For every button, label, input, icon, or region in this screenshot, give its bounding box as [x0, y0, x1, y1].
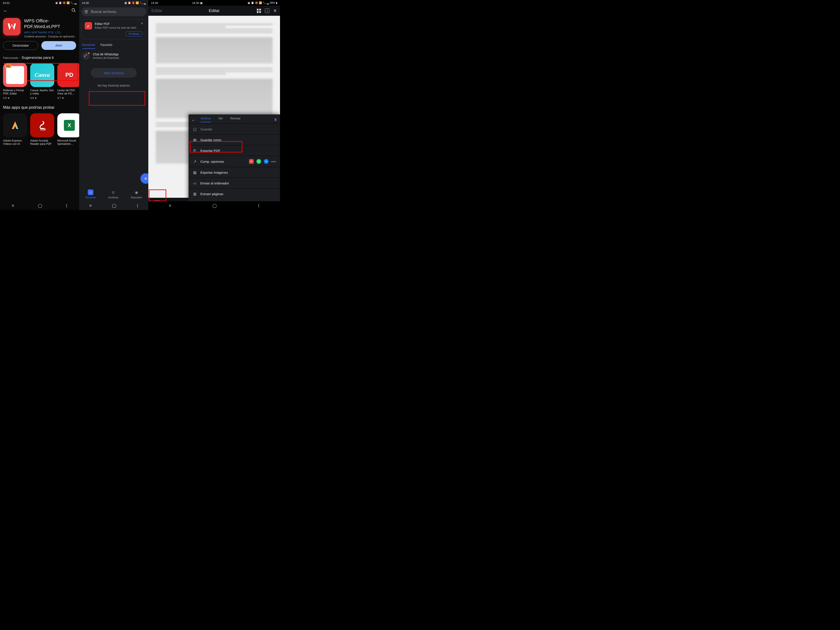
app-thumb-icon: PD [57, 63, 79, 87]
home-icon[interactable]: ◯ [212, 203, 217, 208]
status-icons: ▣ ⏰ 🔕 📶 📞 ▂ [125, 1, 146, 5]
editor-title: Editar [209, 8, 219, 13]
menu-share[interactable]: ↗ Comp. opciones ✉ ✆ ✈ ••• [189, 156, 280, 167]
save-as-icon: ▤ [193, 137, 197, 142]
file-tabs: Reciente Favorito [79, 41, 148, 49]
home-icon: ⌂ [88, 189, 93, 195]
chevron-down-icon[interactable]: ⌄ [192, 117, 194, 122]
promo-sub: Editar PDF nunca ha sido tan fácil. [95, 26, 137, 29]
no-history-text: No hay historial anterior [79, 84, 148, 87]
status-icons: ▣ ⏰ 🔕 📶 📞 ▂ [55, 1, 77, 5]
whatsapp-icon[interactable]: ✆ [256, 159, 261, 164]
promo-title: Editar PDF [95, 22, 137, 25]
page-count-icon[interactable]: 1 [265, 8, 269, 13]
recents-icon[interactable]: ≡ [169, 204, 171, 208]
promo-card: ✕ Editar PDF Editar PDF nunca ha sido ta… [81, 19, 146, 39]
menu-tab-view[interactable]: Ver [218, 117, 223, 122]
editor-topbar: Editar Editar 1 ✕ [148, 6, 280, 16]
svg-line-1 [74, 11, 76, 12]
svg-text:PDF: PDF [41, 128, 46, 131]
menu-save[interactable]: ▢ Guardar [189, 123, 280, 134]
action-buttons: Desinstalar Abrir [0, 40, 79, 53]
more-apps-header: Más apps que podrías probar [0, 99, 79, 112]
more-icon[interactable]: ••• [271, 160, 276, 163]
vip-icon[interactable]: ♛ [274, 117, 277, 122]
uninstall-button[interactable]: Desinstalar [3, 41, 38, 50]
open-button[interactable]: Abrir [41, 41, 76, 50]
status-time: 14:30 [82, 1, 89, 5]
recents-icon[interactable]: ≡ [12, 204, 14, 208]
back-nav-icon[interactable]: ⟨ [66, 203, 67, 208]
app-card[interactable]: Adobe Express: Vídeos con IA [3, 113, 27, 146]
home-icon[interactable]: ◯ [38, 203, 42, 208]
app-header: WPS Office-PDF,Word,et,PPT WPS SOFTWARE … [0, 16, 79, 40]
app-title: WPS Office-PDF,Word,et,PPT [24, 18, 76, 30]
nav-recent[interactable]: ⌂ Reciente [85, 189, 96, 199]
open-files-button[interactable]: Abrir archivos [91, 68, 137, 77]
file-row[interactable]: Chat de WhatsApp Archivos de Download [79, 49, 148, 63]
bottom-nav: ⌂ Reciente ≣ Archivos ◉ Descubrir [79, 187, 148, 201]
tab-recent[interactable]: Reciente [82, 43, 95, 49]
sponsored-header: Patrocinado· Sugerencias para ti [0, 53, 79, 61]
search-icon[interactable] [71, 8, 76, 14]
app-thumb-icon [3, 63, 27, 87]
nav-discover[interactable]: ◉ Descubrir [131, 189, 142, 199]
play-store-screen: 14:31 ▣ ⏰ 🔕 📶 📞 ▂ ← WPS Office-PDF,Word,… [0, 0, 79, 210]
messenger-icon[interactable]: ✈ [264, 159, 268, 164]
app-thumb-icon: PDF [30, 113, 54, 137]
app-card[interactable]: X Microsoft Excel: Spreadshe… [57, 113, 79, 146]
menu-save-as[interactable]: ▤ Guardar como [189, 134, 280, 145]
gmail-icon[interactable]: ✉ [249, 159, 254, 164]
menu-export-pdf[interactable]: ⎘ Exportar PDF [189, 145, 280, 156]
close-icon[interactable]: ✕ [141, 22, 143, 25]
app-thumb-icon [3, 113, 27, 137]
title-blur: Editar [152, 8, 162, 13]
file-menu-panel: ⌄ Archivo Ver Revisar ♛ ▢ Guardar ▤ Guar… [189, 114, 280, 201]
topbar: ← [0, 6, 79, 16]
file-name: Chat de WhatsApp [93, 52, 119, 56]
hamburger-icon[interactable]: ☰ [84, 9, 88, 14]
more-apps: Adobe Express: Vídeos con IA PDF Adobe A… [0, 112, 79, 146]
back-nav-icon[interactable]: ⟨ [137, 203, 138, 208]
files-icon: ≣ [111, 189, 116, 195]
app-card[interactable]: Rellenar y Firmar PDF, Editar 4,5 ★ [3, 63, 27, 99]
file-location: Archivos de Download [93, 57, 119, 60]
menu-extract-pages[interactable]: ▥ Extraer páginas [189, 188, 280, 199]
app-thumb-icon: Canva [30, 63, 54, 87]
tab-favorite[interactable]: Favorito [100, 43, 112, 49]
home-icon[interactable]: ◯ [112, 203, 116, 208]
export-pdf-icon: ⎘ [193, 148, 197, 153]
wps-home-screen: 14:30 ▣ ⏰ 🔕 📶 📞 ▂ ☰ Buscar archivos, ✕ E… [79, 0, 148, 210]
wps-app-icon [3, 18, 21, 35]
menu-list: ▢ Guardar ▤ Guardar como ⎘ Exportar PDF … [189, 122, 280, 201]
menu-tab-file[interactable]: Archivo [201, 117, 211, 122]
search-placeholder: Buscar archivos, [91, 10, 117, 14]
android-navbar: ≡ ◯ ⟨ [148, 201, 280, 210]
menu-tab-review[interactable]: Revisar [231, 117, 241, 122]
status-bar: 14:31 ▣ ⏰ 🔕 📶 📞 ▂ [0, 0, 79, 6]
app-card[interactable]: PD Lector de PDF, Visor de PD… 4,7 ★ [57, 63, 79, 99]
file-type-icon [82, 52, 90, 60]
share-icon: ↗ [193, 159, 197, 164]
nav-files[interactable]: ≣ Archivos [108, 189, 118, 199]
monitor-icon: ▭ [193, 181, 197, 185]
recents-icon[interactable]: ≡ [89, 204, 92, 208]
menu-send-pc[interactable]: ▭ Enviar al ordenador [189, 178, 280, 188]
app-card[interactable]: Canva Canva: diseño, foto y vídeo 4,8 ★ [30, 63, 54, 99]
developer-link[interactable]: WPS SOFTWARE PTE. LTD. [24, 31, 76, 34]
menu-header: ⌄ Archivo Ver Revisar ♛ [189, 114, 280, 122]
search-bar[interactable]: ☰ Buscar archivos, [81, 8, 146, 16]
try-button[interactable]: Pruébalo [125, 31, 143, 36]
pdf-edit-icon [85, 22, 92, 30]
app-thumb-icon: X [57, 113, 79, 137]
back-nav-icon[interactable]: ⟨ [258, 203, 259, 208]
menu-export-images[interactable]: ▧ Exportar imágenes [189, 167, 280, 178]
close-icon[interactable]: ✕ [273, 8, 277, 13]
app-card[interactable]: PDF Adobe Acrobat Reader para PDF [30, 113, 54, 146]
grid-view-icon[interactable] [257, 9, 261, 13]
android-navbar: ≡ ◯ ⟨ [79, 201, 148, 210]
highlight-box [89, 91, 145, 106]
status-bar: 14:30 ▣ ⏰ 🔕 📶 📞 ▂ [79, 0, 148, 6]
app-meta: Contiene anuncios · Compras en aplicació… [24, 35, 76, 38]
back-icon[interactable]: ← [3, 8, 8, 14]
